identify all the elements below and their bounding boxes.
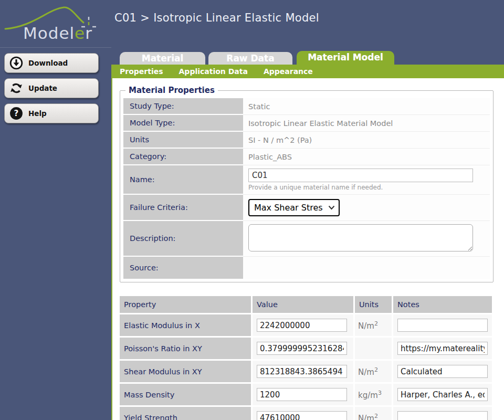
notes-input[interactable]	[397, 342, 488, 355]
notes-input[interactable]	[397, 388, 488, 401]
units-value: SI - N / m^2 (Pa)	[243, 132, 490, 149]
modeler-logo: Modeler	[4, 2, 109, 43]
failure-criteria-selected: Max Shear Stres	[254, 203, 323, 213]
table-row: Poisson's Ratio in XY	[120, 338, 492, 359]
units-cell: N/m2	[355, 361, 392, 382]
source-label: Source:	[123, 257, 243, 279]
breadcrumb: C01 > Isotropic Linear Elastic Model	[114, 12, 319, 24]
name-label: Name:	[123, 165, 243, 195]
tab-material[interactable]: Material	[120, 52, 205, 65]
source-row: Source:	[123, 257, 490, 279]
units-cell: N/m2	[355, 314, 392, 336]
name-hint: Provide a unique material name if needed…	[248, 184, 485, 191]
help-button-label: Help	[28, 109, 47, 118]
update-button-label: Update	[28, 84, 57, 92]
failure-criteria-row: Failure Criteria: Max Shear Stres	[123, 195, 490, 221]
category-value: Plastic_ABS	[243, 149, 490, 165]
content-area: Material Properties Study Type: Static M…	[111, 78, 504, 420]
table-row: Yield Strength N/m2	[120, 407, 492, 420]
notes-input[interactable]	[397, 365, 488, 378]
units-cell	[355, 338, 392, 359]
units-cell: kg/m3	[355, 384, 392, 405]
material-properties-fieldset: Material Properties Study Type: Static M…	[120, 86, 494, 282]
property-name: Yield Strength	[120, 407, 251, 420]
tab-raw-data[interactable]: Raw Data	[208, 52, 292, 65]
tab-material-model[interactable]: Material Model	[297, 51, 394, 65]
study-type-label: Study Type:	[123, 98, 243, 115]
units-row: Units SI - N / m^2 (Pa)	[123, 132, 490, 149]
material-properties-legend: Material Properties	[125, 86, 218, 95]
property-name: Elastic Modulus in X	[120, 314, 251, 336]
source-value	[243, 257, 490, 279]
main-panel: Material Raw Data Material Model Propert…	[111, 47, 504, 420]
subnav-appearance[interactable]: Appearance	[264, 67, 313, 76]
download-circle-icon	[9, 56, 23, 70]
update-button[interactable]: Update	[4, 78, 99, 98]
property-table-header: Property Value Units Notes	[120, 296, 492, 313]
failure-criteria-label: Failure Criteria:	[123, 195, 243, 221]
sidebar: Download Update ? Help	[0, 47, 111, 420]
table-row: Shear Modulus in XY N/m2	[120, 361, 492, 382]
subnav-properties[interactable]: Properties	[120, 67, 163, 76]
value-input[interactable]	[257, 365, 347, 378]
study-type-value: Static	[243, 98, 490, 115]
units-cell: N/m2	[355, 407, 392, 420]
col-header-notes: Notes	[393, 296, 492, 313]
name-row: Name: Provide a unique material name if …	[123, 165, 490, 195]
property-name: Shear Modulus in XY	[120, 361, 251, 382]
property-table: Property Value Units Notes Elastic Modul…	[118, 295, 494, 420]
value-input[interactable]	[257, 319, 347, 332]
description-textarea[interactable]	[248, 224, 473, 251]
table-row: Elastic Modulus in X N/m2	[120, 314, 492, 336]
value-input[interactable]	[257, 342, 347, 355]
col-header-value: Value	[253, 296, 353, 313]
description-label: Description:	[123, 221, 243, 257]
study-type-row: Study Type: Static	[123, 98, 490, 115]
download-button[interactable]: Download	[4, 53, 99, 73]
svg-text:?: ?	[14, 109, 19, 118]
sub-navigation: Properties Application Data Appearance	[111, 65, 504, 78]
col-header-property: Property	[120, 296, 251, 313]
property-name: Poisson's Ratio in XY	[120, 338, 251, 359]
app-header: Modeler C01 > Isotropic Linear Elastic M…	[0, 0, 504, 47]
description-row: Description:	[123, 221, 490, 257]
notes-input[interactable]	[397, 411, 488, 420]
notes-input[interactable]	[397, 319, 488, 332]
value-input[interactable]	[257, 411, 347, 420]
help-circle-icon: ?	[9, 107, 23, 120]
table-row: Mass Density kg/m3	[120, 384, 492, 405]
failure-criteria-select[interactable]: Max Shear Stres	[248, 199, 340, 216]
tab-bar: Material Raw Data Material Model	[111, 47, 504, 65]
model-type-row: Model Type: Isotropic Linear Elastic Mat…	[123, 115, 490, 132]
name-input[interactable]	[248, 169, 473, 182]
model-type-label: Model Type:	[123, 115, 243, 132]
logo-text: Modeler	[23, 24, 92, 43]
property-name: Mass Density	[120, 384, 251, 405]
category-row: Category: Plastic_ABS	[123, 149, 490, 165]
col-header-units: Units	[355, 296, 392, 313]
category-label: Category:	[123, 149, 243, 165]
value-input[interactable]	[257, 388, 347, 401]
subnav-application-data[interactable]: Application Data	[179, 67, 248, 76]
refresh-icon	[9, 81, 23, 95]
model-type-value: Isotropic Linear Elastic Material Model	[243, 115, 490, 132]
units-label: Units	[123, 132, 243, 149]
download-button-label: Download	[28, 59, 68, 67]
help-button[interactable]: ? Help	[4, 103, 99, 123]
chevron-down-icon	[328, 205, 335, 210]
